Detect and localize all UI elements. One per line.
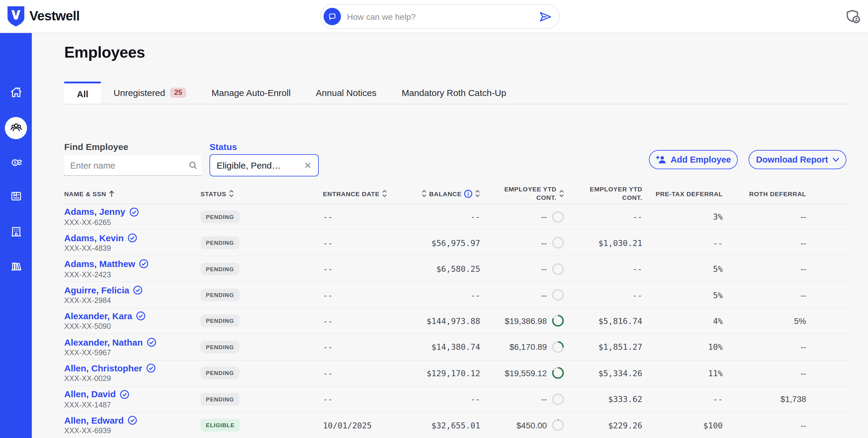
sidebar: $: [0, 32, 32, 438]
money-icon: $: [9, 155, 23, 170]
verified-icon: [147, 337, 157, 347]
sort-asc-icon: [108, 190, 115, 197]
employee-name-link[interactable]: Allen, Edward: [64, 415, 124, 426]
main-content: Employees AllUnregistered25Manage Auto-E…: [32, 32, 868, 438]
sort-icon[interactable]: [382, 190, 388, 197]
pretax-deferral-value: 3%: [642, 212, 723, 221]
tab-unregistered[interactable]: Unregistered25: [101, 82, 199, 104]
sidebar-item-company[interactable]: [0, 220, 32, 244]
employer-ytd-value: --: [564, 264, 642, 274]
roth-deferral-value: --: [723, 290, 806, 300]
status-filter-label: Status: [210, 142, 237, 152]
table-row[interactable]: Allen, Edward XXX-XX-6939 ELIGIBLE 10/01…: [64, 412, 849, 438]
add-employee-button[interactable]: Add Employee: [649, 150, 738, 169]
employer-ytd-value: $1,851.27: [564, 342, 642, 352]
info-icon[interactable]: [464, 189, 472, 198]
help-input[interactable]: [341, 12, 540, 21]
roth-deferral-value: --: [723, 368, 806, 378]
table-row[interactable]: Alexander, Kara XXX-XX-5090 PENDING -- $…: [64, 308, 849, 335]
employee-name-link[interactable]: Alexander, Kara: [64, 311, 132, 321]
col-employee-ytd[interactable]: EMPLOYEE YTD CONT.: [480, 186, 564, 201]
sort-icon[interactable]: [422, 190, 427, 197]
employer-ytd-value: $229.26: [564, 420, 642, 430]
clear-filter-icon[interactable]: ✕: [304, 161, 312, 170]
home-icon: [9, 85, 23, 100]
status-badge: PENDING: [200, 210, 240, 223]
table-header-row: NAME & SSN STATUS ENTRANCE DATE BALANCE: [64, 184, 849, 204]
employee-name-link[interactable]: Aguirre, Felicia: [64, 285, 129, 295]
table-row[interactable]: Alexander, Nathan XXX-XX-5967 PENDING --…: [64, 334, 849, 360]
balance-value: $6,580.25: [402, 264, 480, 274]
sidebar-item-employees[interactable]: [0, 116, 32, 139]
col-name-ssn[interactable]: NAME & SSN: [64, 190, 200, 197]
find-employee-input[interactable]: [64, 160, 188, 170]
employer-ytd-value: $5,816.74: [564, 316, 642, 326]
sort-icon[interactable]: [475, 190, 480, 197]
employee-ytd-value: $19,559.12: [505, 368, 547, 378]
employee-name-link[interactable]: Allen, Christopher: [64, 363, 142, 374]
tab-label: Unregistered: [114, 88, 165, 98]
account-shield-icon[interactable]: [845, 8, 861, 25]
sidebar-item-home[interactable]: [0, 81, 32, 104]
pretax-deferral-value: 10%: [642, 342, 723, 352]
verified-icon: [120, 389, 130, 399]
table-row[interactable]: Allen, David XXX-XX-1487 PENDING -- -- -…: [64, 386, 849, 412]
sort-icon[interactable]: [559, 190, 564, 197]
status-filter-select[interactable]: Eligible, Pend… ✕: [210, 154, 319, 177]
employee-ssn: XXX-XX-2423: [64, 270, 200, 279]
sidebar-item-resources[interactable]: [0, 254, 32, 278]
pretax-deferral-value: 11%: [642, 368, 723, 378]
sidebar-item-contributions[interactable]: $: [0, 151, 32, 175]
status-badge: PENDING: [200, 289, 240, 301]
sort-icon[interactable]: [229, 190, 234, 197]
col-balance[interactable]: BALANCE: [402, 189, 480, 198]
balance-value: --: [402, 395, 480, 404]
active-item-halo: [5, 117, 27, 139]
contribution-progress-ring: [552, 237, 564, 249]
verified-icon: [139, 259, 149, 269]
table-row[interactable]: Adams, Jenny XXX-XX-6265 PENDING -- -- -…: [64, 204, 849, 230]
help-search-bar[interactable]: [320, 4, 559, 29]
send-icon[interactable]: [540, 12, 551, 21]
pretax-deferral-value: --: [642, 395, 723, 404]
employee-name-link[interactable]: Adams, Matthew: [64, 259, 135, 270]
employee-ytd-value: --: [541, 212, 547, 221]
table-row[interactable]: Aguirre, Felicia XXX-XX-2984 PENDING -- …: [64, 282, 849, 308]
table-row[interactable]: Allen, Christopher XXX-XX-0029 PENDING -…: [64, 360, 849, 386]
svg-text:$: $: [13, 160, 16, 165]
employee-name-link[interactable]: Adams, Jenny: [64, 207, 125, 217]
balance-value: --: [402, 290, 480, 300]
pretax-deferral-value: $100: [642, 420, 723, 430]
employee-name-link[interactable]: Allen, David: [64, 389, 116, 400]
col-status[interactable]: STATUS: [200, 190, 323, 197]
verified-icon: [127, 233, 137, 243]
balance-value: $144,973.88: [402, 316, 480, 326]
tab-mandatory-roth-catch-up[interactable]: Mandatory Roth Catch-Up: [389, 82, 519, 104]
roth-deferral-value: --: [723, 264, 806, 274]
brand-logo[interactable]: Vestwell: [7, 5, 80, 27]
employee-ssn: XXX-XX-6265: [64, 218, 200, 227]
contribution-progress-ring: [552, 341, 564, 353]
roth-deferral-value: --: [723, 420, 806, 430]
entrance-date-value: --: [323, 368, 402, 378]
contribution-progress-ring: [552, 210, 564, 223]
sidebar-item-documents[interactable]: [0, 184, 32, 208]
contribution-progress-ring: [552, 289, 564, 301]
col-entrance-date[interactable]: ENTRANCE DATE: [323, 190, 402, 197]
tab-manage-auto-enroll[interactable]: Manage Auto-Enroll: [199, 82, 304, 104]
tab-label: Mandatory Roth Catch-Up: [402, 88, 506, 98]
download-report-button[interactable]: Download Report: [748, 150, 846, 169]
employee-ssn: XXX-XX-5090: [64, 322, 200, 331]
table-row[interactable]: Adams, Matthew XXX-XX-2423 PENDING -- $6…: [64, 256, 849, 282]
tab-all[interactable]: All: [64, 82, 101, 104]
person-add-icon: [655, 155, 666, 164]
table-row[interactable]: Adams, Kevin XXX-XX-4839 PENDING -- $56,…: [64, 230, 849, 256]
verified-icon: [136, 311, 146, 321]
employee-name-link[interactable]: Adams, Kevin: [64, 233, 124, 243]
status-badge: PENDING: [200, 315, 240, 327]
tab-annual-notices[interactable]: Annual Notices: [303, 82, 389, 104]
employee-ssn: XXX-XX-6939: [64, 427, 200, 435]
vestwell-shield-icon: [7, 5, 25, 27]
employee-name-link[interactable]: Alexander, Nathan: [64, 337, 143, 347]
employee-ssn: XXX-XX-2984: [64, 296, 200, 305]
